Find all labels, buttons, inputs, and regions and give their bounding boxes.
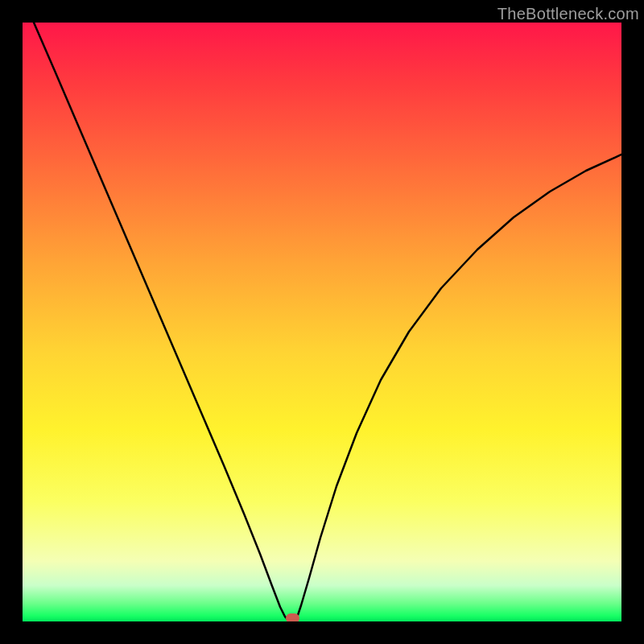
bottleneck-curve [23,23,621,621]
curve-left-branch [34,23,288,620]
chart-frame: TheBottleneck.com [0,0,644,644]
curve-right-branch [296,155,621,620]
plot-area [23,23,621,621]
optimal-point-marker [286,613,299,621]
watermark-text: TheBottleneck.com [497,5,639,23]
